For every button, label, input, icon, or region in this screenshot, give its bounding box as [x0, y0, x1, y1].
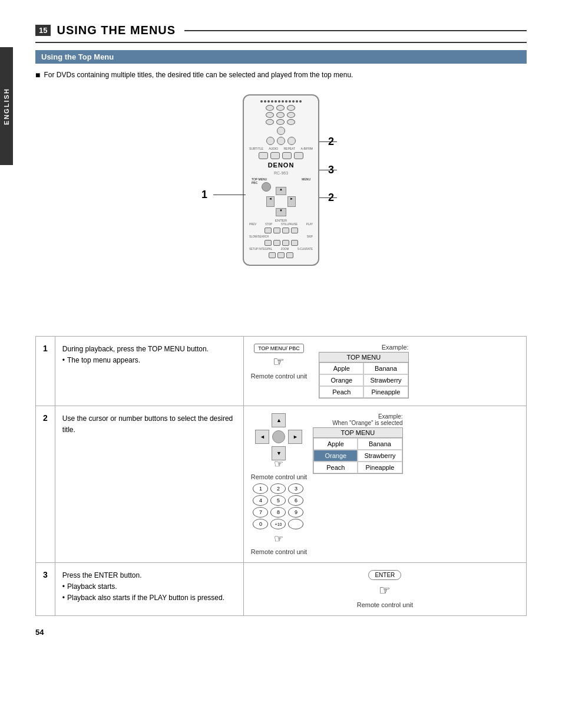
menu-orange: Orange [319, 374, 363, 386]
menu2-banana: Banana [358, 438, 402, 450]
transport-buttons [247, 228, 315, 233]
step-1-bullet-1: •The top menu appears. [62, 355, 236, 366]
setup-btn [269, 252, 276, 258]
transport-labels: PREVSTOPSTILL/PAUSEPLAY [249, 223, 313, 226]
slow-labels: SLOW/SEARCHSKIP [249, 235, 313, 238]
sclk-btn [286, 252, 293, 258]
line-2a [319, 141, 337, 142]
dpad-down: ▼ [276, 208, 286, 216]
ab-btn [294, 152, 303, 159]
menu2-pineapple: Pineapple [358, 462, 402, 473]
btn-5 [276, 112, 285, 118]
bottom-labels: SETUP INTEG/PALZOOMS-CLK/RATE [249, 248, 313, 251]
btn-a [266, 137, 275, 145]
play-btn [291, 228, 298, 233]
audio-btn [270, 152, 280, 159]
btn-2 [276, 105, 285, 111]
main-content: 15 USING THE MENUS Using the Top Menu ■ … [18, 12, 544, 648]
btn-c [287, 137, 296, 145]
step-1-number: 1 [36, 337, 55, 406]
step-2-illustration: ▲ ▼ ◄ ► ☞ Remote control unit [243, 406, 526, 563]
menu-banana: Banana [363, 363, 408, 374]
side-tab: ENGLISH [0, 47, 13, 165]
model-label: RC-963 [247, 171, 315, 175]
step-3-bullet-2: •Playback also starts if the PLAY button… [62, 592, 236, 604]
intro-bullet: ■ [35, 70, 40, 80]
btn-6 [287, 112, 295, 118]
line-1 [213, 195, 246, 195]
rew-btn [265, 240, 272, 246]
zoom-btn [277, 252, 285, 258]
num-5: 5 [270, 495, 286, 506]
ir-emitter [247, 100, 315, 103]
remote-label-2a: Remote control unit [251, 473, 307, 480]
top-buttons [266, 105, 296, 125]
brand-label: DENON [247, 162, 315, 169]
footer-page-number: 54 [35, 628, 44, 637]
dpad-enter [262, 182, 271, 192]
dpad-left-illus: ◄ [255, 430, 269, 444]
num-3: 3 [288, 483, 303, 494]
num-4: 4 [253, 495, 268, 506]
hand-pointer-1: ☞ [273, 354, 285, 370]
step-2-text: Use the cursor or number buttons to sele… [55, 406, 243, 563]
intro-body: For DVDs containing multiple titles, the… [44, 71, 353, 79]
step-3-illustration: ENTER ☞ Remote control unit [243, 563, 526, 616]
line-3 [319, 170, 337, 170]
dpad-down-illus: ▼ [272, 446, 286, 460]
still-btn [282, 228, 289, 233]
numpad-illus: 1 2 3 4 5 6 7 8 9 0 [253, 483, 305, 529]
repeat-btn [282, 152, 292, 159]
remote-label-3: Remote control unit [357, 601, 413, 608]
fwd-btn [273, 240, 280, 246]
num-0: 0 [253, 519, 268, 529]
page-header: 15 USING THE MENUS [35, 24, 527, 43]
steps-table: 1 During playback, press the TOP MENU bu… [35, 336, 527, 616]
function-buttons [247, 152, 315, 159]
menu-grid-2: Apple Banana Orange Strawberry Peach Pin… [313, 438, 402, 473]
top-menu-example-1: TOP MENU Apple Banana Orange Strawberry … [319, 352, 408, 398]
num-8: 8 [270, 507, 286, 518]
num-2: 2 [270, 483, 286, 494]
side-tab-label: ENGLISH [3, 88, 10, 125]
btn-1 [266, 105, 274, 111]
step-2-content: ▲ ▼ ◄ ► ☞ Remote control unit [251, 413, 519, 555]
step-3-content: ENTER ☞ Remote control unit [251, 570, 519, 608]
dpad-right: ► [287, 196, 296, 207]
menu-pineapple: Pineapple [363, 386, 408, 398]
example-label-1: Example: [319, 344, 408, 351]
dpad-up-illus: ▲ [272, 413, 286, 427]
step-3-b2-text: Playback also starts if the PLAY button … [67, 592, 224, 604]
step-1-main: During playback, press the TOP MENU butt… [62, 344, 236, 355]
remote-control-diagram: SUBTITLEAUDIOREPEATA-B/FRM DENON RC-963 … [243, 94, 319, 266]
num-plus10: +10 [270, 519, 286, 529]
num-6: 6 [288, 495, 303, 506]
btn-8 [276, 119, 285, 125]
step-1-content: TOP MENU/ PBC ☞ Remote control unit Exam… [251, 344, 519, 398]
step-1-row: 1 During playback, press the TOP MENU bu… [36, 337, 527, 406]
step-2-controls: ▲ ▼ ◄ ► ☞ Remote control unit [251, 413, 307, 555]
step-1-text: During playback, press the TOP MENU butt… [55, 337, 243, 406]
step-3-row: 3 Press the ENTER button. •Playback star… [36, 563, 527, 616]
menu-strawberry: Strawberry [363, 374, 408, 386]
step-2-main: Use the cursor or number buttons to sele… [62, 413, 236, 436]
menu2-strawberry: Strawberry [358, 450, 402, 462]
step-1-bullet-text: The top menu appears. [67, 355, 140, 366]
menu-apple: Apple [319, 363, 363, 374]
btn-3 [287, 105, 295, 111]
step-2-row: 2 Use the cursor or number buttons to se… [36, 406, 527, 563]
menu2-orange: Orange [313, 450, 358, 462]
step-3-bullet-1: •Playback starts. [62, 581, 236, 592]
page-title: USING THE MENUS [57, 24, 176, 37]
dpad-center-illus [272, 430, 285, 443]
step-3-text: Press the ENTER button. •Playback starts… [55, 563, 243, 616]
step-3-main: Press the ENTER button. [62, 570, 236, 581]
misc-buttons-row2 [247, 137, 315, 145]
intro-text: ■ For DVDs containing multiple titles, t… [35, 71, 527, 80]
function-labels: SUBTITLEAUDIOREPEATA-B/FRM [249, 147, 313, 150]
step-3-b1-text: Playback starts. [67, 581, 117, 592]
page-number-box: 15 [35, 25, 51, 36]
menu-grid-1: Apple Banana Orange Strawberry Peach Pin… [319, 363, 408, 398]
dpad-left: ◄ [266, 196, 275, 207]
section-heading: Using the Top Menu [35, 50, 527, 64]
